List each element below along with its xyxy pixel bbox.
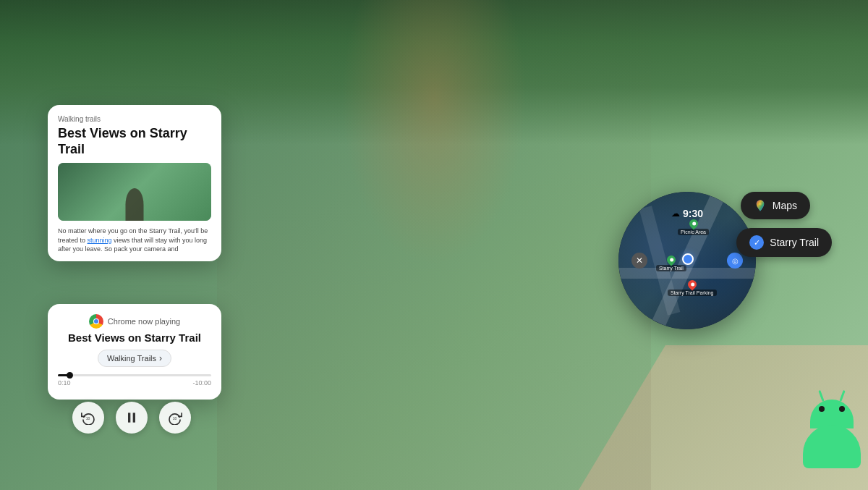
maps-button[interactable]: Maps — [741, 192, 810, 219]
now-playing-label: Chrome now playing — [108, 317, 180, 326]
pin-parking: Starry Trail Parking — [668, 280, 717, 296]
android-antenna-right — [839, 390, 845, 402]
playback-controls: 10 10 — [72, 402, 191, 434]
maps-pin-icon — [754, 199, 767, 212]
time-current: 0:10 — [58, 379, 71, 386]
article-category: Walking trails — [58, 115, 211, 123]
check-icon: ✓ — [749, 235, 764, 250]
android-body — [803, 425, 861, 468]
pin-picnic-area: Picnic Area — [678, 219, 709, 235]
android-mascot — [788, 389, 868, 476]
map-road-2 — [618, 268, 756, 279]
watch-time-text: 9:30 — [683, 208, 703, 219]
time-remaining: -10:00 — [192, 379, 211, 386]
pause-button[interactable] — [116, 402, 148, 434]
starry-trail-label: Starry Trail — [770, 237, 819, 248]
article-image — [58, 163, 211, 221]
category-badge[interactable]: Walking Trails — [98, 350, 171, 367]
now-playing-header: Chrome now playing — [58, 314, 211, 329]
article-highlight: stunning — [88, 237, 112, 244]
watch-time: ☁ 9:30 — [671, 208, 703, 219]
svg-text:10: 10 — [86, 416, 90, 421]
chrome-inner — [94, 319, 98, 324]
android-eye-left — [819, 406, 825, 412]
watch-map: ☁ 9:30 Picnic Area Starry Trail Starry T… — [618, 192, 756, 329]
article-body: No matter where you go on the Starry Tra… — [58, 227, 211, 254]
article-card: Walking trails Best Views on Starry Trai… — [48, 105, 221, 261]
article-title: Best Views on Starry Trail — [58, 126, 211, 157]
svg-text:10: 10 — [173, 416, 177, 421]
android-head — [810, 400, 854, 428]
forward-button[interactable]: 10 — [159, 402, 191, 434]
maps-button-label: Maps — [773, 200, 797, 211]
watch-nav-button[interactable]: ◎ — [727, 253, 743, 269]
progress-container: 0:10 -10:00 — [58, 374, 211, 386]
rewind-button[interactable]: 10 — [72, 402, 104, 434]
starry-trail-button[interactable]: ✓ Starry Trail — [736, 228, 832, 257]
now-playing-card: Chrome now playing Best Views on Starry … — [48, 304, 221, 400]
chrome-icon — [89, 314, 103, 329]
progress-times: 0:10 -10:00 — [58, 379, 211, 386]
svg-rect-1 — [128, 413, 130, 422]
android-antenna-left — [818, 390, 824, 402]
svg-rect-2 — [133, 413, 135, 422]
weather-icon: ☁ — [671, 208, 680, 219]
watch-face: ☁ 9:30 Picnic Area Starry Trail Starry T… — [618, 192, 756, 329]
person-silhouette — [217, 0, 651, 490]
watch-close-button[interactable]: ✕ — [631, 253, 647, 269]
progress-fill — [58, 374, 70, 376]
user-location-dot — [682, 253, 694, 265]
now-playing-title: Best Views on Starry Trail — [58, 331, 211, 344]
android-eye-right — [839, 406, 845, 412]
progress-bar — [58, 374, 211, 376]
